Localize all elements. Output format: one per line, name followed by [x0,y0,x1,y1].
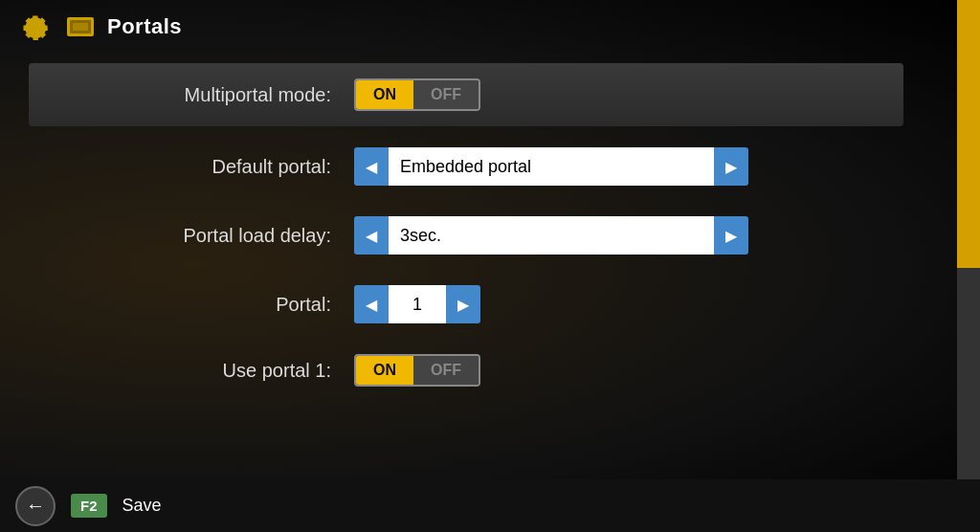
svg-rect-2 [73,23,88,31]
footer: ← F2 Save [0,479,980,532]
default-portal-selector: ◀ Embedded portal ▶ [354,147,748,186]
portal-right-arrow[interactable]: ▶ [446,285,480,323]
header-title: Portals [107,14,182,39]
portal-load-delay-label: Portal load delay: [48,225,354,247]
use-portal-toggle-on[interactable]: ON [356,356,413,385]
row-use-portal: Use portal 1: ON OFF [29,339,903,402]
multiportal-mode-label: Multiportal mode: [48,84,354,106]
portal-selector: ◀ 1 ▶ [354,285,480,323]
use-portal-toggle-off[interactable]: OFF [413,356,479,385]
multiportal-toggle-off[interactable]: OFF [413,80,479,109]
row-portal-load-delay: Portal load delay: ◀ 3sec. ▶ [29,201,903,270]
portal-load-delay-left-arrow[interactable]: ◀ [354,216,389,255]
multiportal-toggle-on[interactable]: ON [356,80,413,109]
f2-badge: F2 [71,494,107,518]
save-label: Save [122,496,162,516]
portal-left-arrow[interactable]: ◀ [354,285,389,323]
portal-value: 1 [389,285,446,323]
default-portal-right-arrow[interactable]: ▶ [714,147,748,186]
scrollbar-track[interactable] [957,0,980,532]
default-portal-label: Default portal: [48,156,354,178]
use-portal-toggle[interactable]: ON OFF [354,354,480,387]
settings-panel: Multiportal mode: ON OFF Default portal:… [0,54,903,411]
gear-icon [15,8,54,46]
portal-label: Portal: [48,294,354,316]
multiportal-toggle[interactable]: ON OFF [354,78,480,111]
scrollbar-thumb[interactable] [957,0,980,268]
portal-load-delay-value: 3sec. [389,216,714,255]
portals-icon [61,8,100,46]
row-default-portal: Default portal: ◀ Embedded portal ▶ [29,132,903,201]
settings-list: Multiportal mode: ON OFF Default portal:… [29,63,903,402]
use-portal-label: Use portal 1: [48,360,354,382]
header: Portals [0,0,980,54]
back-icon: ← [26,495,45,517]
portal-load-delay-right-arrow[interactable]: ▶ [714,216,748,255]
row-portal: Portal: ◀ 1 ▶ [29,270,903,339]
portal-load-delay-selector: ◀ 3sec. ▶ [354,216,748,255]
back-button[interactable]: ← [15,486,56,526]
row-multiportal-mode: Multiportal mode: ON OFF [29,63,903,126]
default-portal-value: Embedded portal [389,147,714,186]
default-portal-left-arrow[interactable]: ◀ [354,147,389,186]
